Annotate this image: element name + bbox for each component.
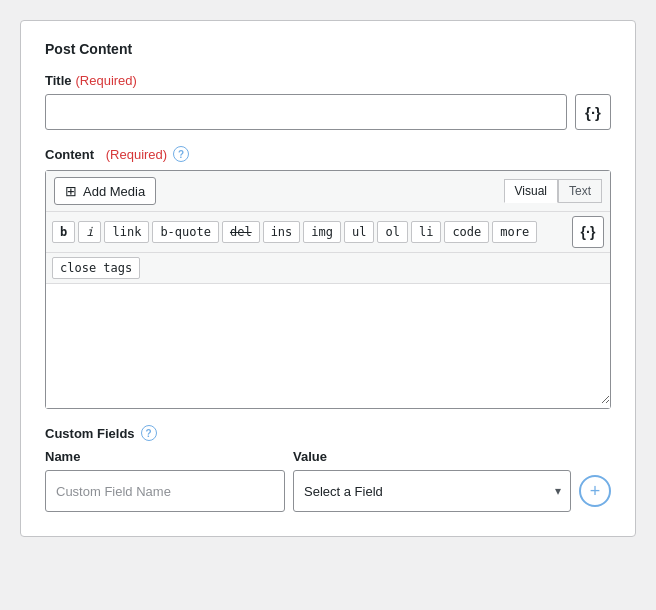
content-required: (Required) xyxy=(106,147,167,162)
name-col-label: Name xyxy=(45,449,285,464)
toolbar-btn-i[interactable]: i xyxy=(78,221,101,243)
toolbar-btn-more[interactable]: more xyxy=(492,221,537,243)
custom-fields-help-icon[interactable]: ? xyxy=(141,425,157,441)
visual-text-tabs: Visual Text xyxy=(504,179,602,203)
value-select[interactable]: Select a Field xyxy=(293,470,571,512)
toolbar-btn-ul[interactable]: ul xyxy=(344,221,374,243)
editor-body xyxy=(46,284,610,408)
tab-text[interactable]: Text xyxy=(558,179,602,203)
toolbar-btn-b-quote[interactable]: b-quote xyxy=(152,221,219,243)
title-label: Title (Required) xyxy=(45,73,611,88)
toolbar-btn-close-tags[interactable]: close tags xyxy=(52,257,140,279)
card-title: Post Content xyxy=(45,41,611,57)
content-textarea[interactable] xyxy=(46,284,610,404)
toolbar-btn-ins[interactable]: ins xyxy=(263,221,301,243)
custom-fields-section: Custom Fields ? Name Value Select a Fiel… xyxy=(45,425,611,512)
toolbar-btn-b[interactable]: b xyxy=(52,221,75,243)
content-label-row: Content (Required) ? xyxy=(45,146,611,162)
custom-fields-row: Select a Field ▾ + xyxy=(45,470,611,512)
add-custom-field-button[interactable]: + xyxy=(579,475,611,507)
editor-toolbar-buttons: b i link b-quote del ins img ul ol li co… xyxy=(46,212,610,253)
close-tags-row: close tags xyxy=(46,253,610,284)
toolbar-btn-link[interactable]: link xyxy=(104,221,149,243)
toolbar-btn-code[interactable]: code xyxy=(444,221,489,243)
content-label: Content (Required) xyxy=(45,147,167,162)
value-select-wrapper: Select a Field ▾ xyxy=(293,470,571,512)
toolbar-btn-li[interactable]: li xyxy=(411,221,441,243)
editor-curly-button[interactable]: {·} xyxy=(572,216,604,248)
post-content-card: Post Content Title (Required) {·} Conten… xyxy=(20,20,636,537)
title-input[interactable] xyxy=(45,94,567,130)
title-required: (Required) xyxy=(76,73,137,88)
media-icon: ⊞ xyxy=(65,183,77,199)
title-curly-button[interactable]: {·} xyxy=(575,94,611,130)
toolbar-btn-img[interactable]: img xyxy=(303,221,341,243)
toolbar-btn-ol[interactable]: ol xyxy=(377,221,407,243)
add-media-button[interactable]: ⊞ Add Media xyxy=(54,177,156,205)
tab-visual[interactable]: Visual xyxy=(504,179,558,203)
custom-fields-title: Custom Fields ? xyxy=(45,425,611,441)
toolbar-btn-del[interactable]: del xyxy=(222,221,260,243)
content-help-icon[interactable]: ? xyxy=(173,146,189,162)
value-col-label: Value xyxy=(293,449,611,464)
editor-container: ⊞ Add Media Visual Text b i link b-quote… xyxy=(45,170,611,409)
editor-toolbar-top: ⊞ Add Media Visual Text xyxy=(46,171,610,212)
title-row: {·} xyxy=(45,94,611,130)
name-value-labels: Name Value xyxy=(45,449,611,464)
custom-field-name-input[interactable] xyxy=(45,470,285,512)
